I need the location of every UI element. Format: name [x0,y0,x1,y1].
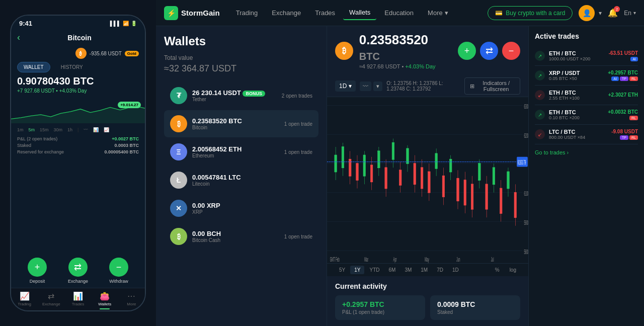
chart-price-main: 0.23583520 BTC [359,32,452,63]
nav-education[interactable]: Education [378,6,420,20]
wallet-item-usdt[interactable]: ₮ 26 230.14 USDT BONUS Tether 2 open tra… [164,82,318,109]
svg-rect-44 [399,170,401,185]
trade-item-eth-btc-2[interactable]: ↙ ETH / BTC 2.55 ETH ×100 +2.3027 ETH [535,86,638,105]
svg-rect-64 [514,193,517,218]
user-avatar[interactable]: 👤 [579,5,595,21]
wallet-item-btc[interactable]: ₿ 0.23583520 BTC Bitcoin 1 open trade [164,110,318,137]
phone-tab-wallet[interactable]: WALLET [17,62,50,72]
phone-nav-trading[interactable]: 📈 Trading [11,291,38,309]
chart-controls: 1D ▾ 〰 ▾ O: 1.23756 H: 1.23786 L: 1.2374… [327,75,528,97]
phone-nav-trading-icon: 📈 [20,291,30,301]
phone-coin-title: Bitcoin [20,34,139,42]
svg-text:6100.00: 6100.00 [524,190,528,197]
svg-rect-16 [342,147,344,168]
phone-tab-history[interactable]: HISTORY [54,62,90,72]
logo-icon: ⚡ [164,6,178,20]
chart-tf-1y[interactable]: 1Y [350,266,364,274]
svg-rect-20 [378,151,380,168]
nav-wallets[interactable]: Wallets [343,6,376,20]
nav-exchange[interactable]: Exchange [266,6,307,20]
chart-percent-btn[interactable]: % [491,266,504,274]
phone-stat-staked: Staked 0.0003 BTC [17,143,139,148]
chart-header: ₿ 0.23583520 BTC ≈4 927.68 USDT • +4.03%… [327,26,528,75]
chart-log-btn[interactable]: log [506,266,520,274]
card-icon: 💳 [495,10,503,17]
phone-nav-trades[interactable]: 📊 Trades [64,291,91,309]
chart-type-line-btn[interactable]: 〰 [360,82,371,91]
phone-tf-1h[interactable]: 1h [67,127,72,132]
phone-chart-type-line[interactable]: 〰 [84,127,88,132]
chart-tf-7d[interactable]: 7D [433,266,447,274]
phone-tf-5m[interactable]: 5m [29,127,35,132]
nav-trading[interactable]: Trading [230,6,264,20]
phone-chart-type-bar[interactable]: 📊 [93,127,99,132]
nav-trades[interactable]: Trades [309,6,341,20]
phone-time: 9:41 [19,20,32,27]
chart-tf-6m[interactable]: 6M [384,266,399,274]
chart-add-button[interactable]: + [458,42,476,60]
phone-nav-exchange[interactable]: ⇄ Exchange [38,291,64,309]
svg-rect-14 [335,155,337,172]
phone-chart-type-candle[interactable]: 📈 [104,127,109,132]
chart-minus-button[interactable]: − [502,42,520,60]
usdt-icon: ₮ [170,87,187,104]
trade-direction-down-2: ↙ [535,129,545,139]
svg-rect-52 [442,176,445,197]
language-selector[interactable]: En [624,10,631,17]
trade-item-eth-btc-3[interactable]: ↗ ETH / BTC 0.10 BTC ×200 +0.0032 BTC RL [535,105,638,125]
trade-item-xrp-usdt[interactable]: ↗ XRP / USDT 0.05 BTC ×50 +0.2957 BTC AI… [535,66,638,86]
svg-rect-24 [407,148,409,164]
chart-timeframe-select[interactable]: 1D ▾ [335,80,356,92]
trade-pnl-ltc: -9.08 USDT TP RL [611,129,638,140]
phone-exchange-btn[interactable]: ⇄ Exchange [68,258,88,284]
chart-tf-5y[interactable]: 5Y [335,266,349,274]
wallet-item-ltc[interactable]: Ł 0.00547841 LTC Litecoin [164,167,318,194]
trade-info-eth-btc-2: ETH / BTC 2.55 ETH ×100 [549,90,604,101]
svg-rect-56 [464,180,466,205]
logo[interactable]: ⚡ StormGain [164,6,220,20]
chart-tf-ytd[interactable]: YTD [365,266,383,274]
trade-item-eth-btc-1[interactable]: ↗ ETH / BTC 1000.00 USDT ×200 -63.51 USD… [535,46,638,66]
phone-deposit-btn[interactable]: + Deposit [28,258,47,284]
wallet-item-xrp[interactable]: ✕ 0.00 XRP XRP [164,195,318,222]
nav-more[interactable]: More ▾ [422,6,454,20]
svg-rect-30 [478,164,481,180]
trade-item-ltc-btc[interactable]: ↙ LTC / BTC 800.00 USDT ×84 -9.08 USDT T… [535,125,638,144]
chart-indicators-button[interactable]: ⊞ Indicators / Fullscreen [464,77,520,95]
svg-rect-32 [493,168,495,184]
active-trades-panel: Active trades ↗ ETH / BTC 1000.00 USDT ×… [528,26,644,326]
phone-tf-1m[interactable]: 1m [17,127,24,132]
chart-type-bar-btn[interactable]: ▾ [373,82,382,91]
phone-nav-exchange-label: Exchange [42,302,60,306]
trade-pnl-eth-btc-2: +2.3027 ETH [608,92,638,99]
activity-cards: +0.2957 BTC P&L (1 open trade) 0.0009 BT… [335,295,520,320]
chart-tf-1m[interactable]: 1M [417,266,432,274]
avatar-dropdown[interactable]: ▾ [599,10,602,17]
svg-text:5800.00: 5800.00 [524,248,528,256]
trade-direction-up-3: ↗ [535,110,545,120]
svg-text:May: May [425,256,429,263]
lang-dropdown-arrow[interactable]: ▾ [633,10,636,16]
trade-direction-up: ↗ [535,51,545,61]
page-title: Wallets [164,34,318,48]
phone-tf-30m[interactable]: 30m [54,127,63,132]
wallet-item-bch[interactable]: ₿ 0.00 BCH Bitcoin Cash 1 open trade [164,223,318,250]
buy-crypto-button[interactable]: 💳 Buy crypto with a card [488,6,573,20]
notifications-bell[interactable]: 🔔 2 [608,8,618,18]
phone-withdraw-btn[interactable]: − Withdraw [109,258,128,284]
trade-badges-ltc: TP RL [611,135,638,140]
svg-rect-18 [363,155,366,176]
phone-nav-wallets[interactable]: 👛 Wallets [92,291,118,309]
chart-tf-3m[interactable]: 3M [400,266,416,274]
candlestick-chart: 6300.00 6200.00 6183.79 6100.00 5900.00 … [327,97,528,263]
svg-text:Jun: Jun [456,256,460,263]
phone-nav-more[interactable]: ⋯ More [118,291,145,309]
wallet-item-eth[interactable]: Ξ 2.00568452 ETH Ethereum 1 open trade [164,138,318,166]
chart-exchange-button[interactable]: ⇄ [480,42,498,60]
go-to-trades-link[interactable]: Go to trades › [535,149,638,155]
chart-tf-1d[interactable]: 1D [448,266,463,274]
fullscreen-icon: ⊞ [470,83,474,90]
top-navigation: ⚡ StormGain Trading Exchange Trades Wall… [156,0,644,26]
svg-rect-38 [356,164,359,180]
phone-tf-15m[interactable]: 15m [40,127,49,132]
